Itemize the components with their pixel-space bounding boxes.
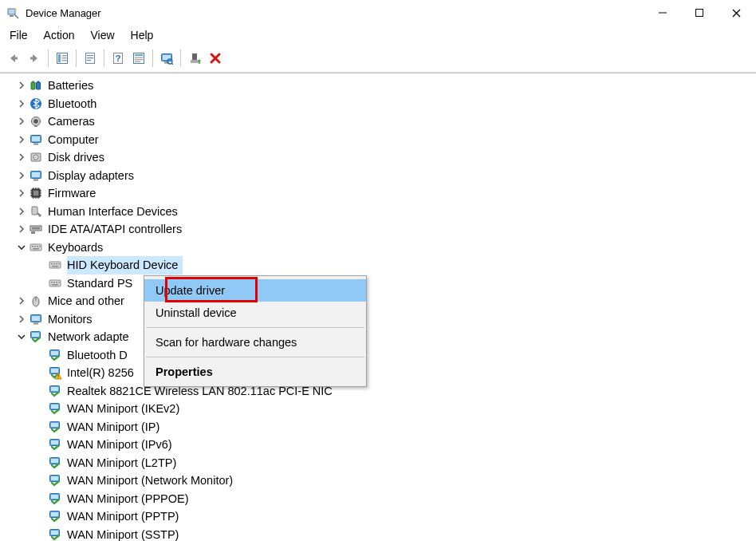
ctx-separator [146,357,364,357]
panel-icon [56,52,69,65]
node-wan-l2tp[interactable]: WAN Miniport (L2TP) [0,454,756,472]
enable-device-button[interactable] [184,48,205,69]
context-menu: Update driver Uninstall device Scan for … [144,275,367,387]
node-standard-ps2-keyboard[interactable]: Standard PS [0,274,756,293]
node-keyboards[interactable]: Keyboards [0,239,756,257]
node-network-adapters[interactable]: Network adapte [0,328,756,346]
node-wan-ikev2[interactable]: WAN Miniport (IKEv2) [0,400,756,418]
node-label: Standard PS [67,274,137,293]
chevron-right-icon[interactable] [16,98,27,109]
chevron-right-icon[interactable] [16,80,27,91]
network-adapter-icon [48,348,62,362]
node-label: WAN Miniport (IKEv2) [67,400,184,418]
minimize-button[interactable] [644,0,681,26]
maximize-button[interactable] [681,0,718,26]
chip-icon [29,186,43,200]
node-batteries[interactable]: Batteries [0,77,756,95]
node-display-adapters[interactable]: Display adapters [0,167,756,185]
uninstall-device-button[interactable] [205,48,226,69]
arrow-left-icon [7,52,20,65]
close-button[interactable] [718,0,754,26]
node-label: Batteries [48,77,98,95]
node-firmware[interactable]: Firmware [0,184,756,203]
node-bluetooth[interactable]: Bluetooth [0,95,756,113]
scan-hardware-button[interactable] [156,48,177,69]
network-adapter-icon [48,456,62,470]
nav-back-button[interactable] [3,48,24,69]
window-title: Device Manager [26,7,101,19]
node-label: WAN Miniport (IPv6) [67,436,177,454]
device-tree[interactable]: Batteries Bluetooth Cameras Computer Dis… [0,73,756,541]
node-label: Disk drives [48,148,109,167]
chevron-right-icon[interactable] [16,116,27,127]
node-wan-pptp[interactable]: WAN Miniport (PPTP) [0,507,756,526]
node-wan-ip[interactable]: WAN Miniport (IP) [0,418,756,436]
chevron-right-icon[interactable] [16,223,27,235]
node-intel-adapter[interactable]: Intel(R) 8256 [0,364,756,382]
node-computer[interactable]: Computer [0,131,756,149]
toolbar-separator [104,49,104,67]
nav-forward-button[interactable] [24,48,45,69]
node-label: Computer [48,131,104,149]
node-mice[interactable]: Mice and other [0,292,756,310]
action-list-button[interactable] [128,48,149,69]
close-icon [732,9,741,18]
help-button[interactable] [108,48,128,69]
node-monitors[interactable]: Monitors [0,310,756,329]
chevron-right-icon[interactable] [16,170,27,181]
node-hid-keyboard[interactable]: HID Keyboard Device [0,256,756,274]
chevron-right-icon[interactable] [16,295,27,306]
menu-file[interactable]: File [2,27,36,43]
chevron-down-icon[interactable] [16,242,27,253]
maximize-icon [695,9,703,17]
node-label: WAN Miniport (PPPOE) [67,490,194,508]
node-wan-ipv6[interactable]: WAN Miniport (IPv6) [0,436,756,454]
node-hid[interactable]: Human Interface Devices [0,203,756,221]
menu-help[interactable]: Help [123,27,162,43]
node-disk-drives[interactable]: Disk drives [0,148,756,167]
node-cameras[interactable]: Cameras [0,113,756,131]
network-adapter-icon [48,384,62,398]
node-ide[interactable]: IDE ATA/ATAPI controllers [0,220,756,239]
toolbar-separator [76,49,77,67]
display-adapter-icon [29,168,43,183]
node-label: Monitors [48,310,97,329]
menu-action[interactable]: Action [36,27,83,43]
chevron-right-icon[interactable] [16,188,27,199]
node-label: Firmware [48,184,100,203]
chevron-down-icon[interactable] [16,331,27,342]
ctx-properties[interactable]: Properties [144,361,366,383]
network-adapter-icon [48,492,62,506]
properties-button[interactable] [80,48,100,69]
toolbar-separator [48,49,49,67]
svg-rect-61 [696,10,703,17]
network-adapter-icon [29,330,43,344]
menu-view[interactable]: View [82,27,122,43]
toolbar-separator [152,49,153,67]
node-label: HID Keyboard Device [67,256,183,274]
node-label: Display adapters [48,167,139,185]
network-adapter-icon [48,473,62,488]
node-wan-nm[interactable]: WAN Miniport (Network Monitor) [0,472,756,490]
node-wan-pppoe[interactable]: WAN Miniport (PPPOE) [0,490,756,508]
menubar: File Action View Help [0,26,756,45]
camera-icon [29,114,43,128]
show-hide-tree-button[interactable] [52,48,73,69]
ide-icon [29,222,43,236]
ctx-scan-hardware[interactable]: Scan for hardware changes [144,331,366,353]
node-bt-adapter[interactable]: Bluetooth D [0,346,756,365]
chevron-right-icon[interactable] [16,152,27,163]
chevron-right-icon[interactable] [16,206,27,217]
network-adapter-icon [48,509,62,523]
battery-icon [29,78,43,93]
ctx-update-driver[interactable]: Update driver [144,279,366,302]
chevron-right-icon[interactable] [16,314,27,325]
ctx-uninstall-device[interactable]: Uninstall device [144,302,366,324]
node-label: Bluetooth D [67,346,132,365]
scan-icon [160,52,173,65]
node-wan-sstp[interactable]: WAN Miniport (SSTP) [0,526,756,542]
node-label: WAN Miniport (Network Monitor) [67,472,238,490]
chevron-right-icon[interactable] [16,134,27,145]
node-label: Network adapte [48,328,134,346]
node-realtek-adapter[interactable]: Realtek 8821CE Wireless LAN 802.11ac PCI… [0,382,756,401]
